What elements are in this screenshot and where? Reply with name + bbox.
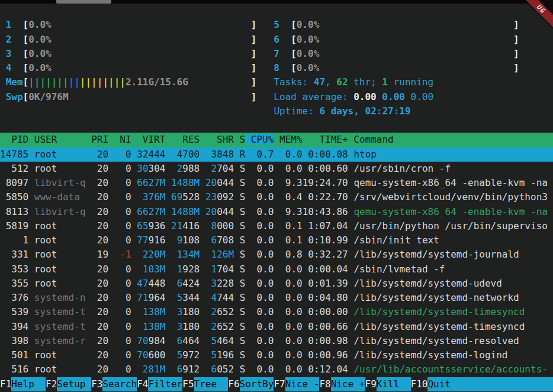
cell-ni: 0 bbox=[114, 321, 131, 332]
cell-user: root bbox=[34, 364, 86, 375]
fkey-kill[interactable]: F9Kill bbox=[365, 377, 411, 391]
cell-state: S bbox=[240, 335, 246, 346]
cell-state: S bbox=[240, 278, 246, 289]
column-header-ni[interactable]: NI bbox=[108, 134, 131, 145]
cell-state: S bbox=[240, 292, 246, 303]
process-row[interactable]: 355 root 20 0 47448 6424 3228 S 0.0 0.0 … bbox=[0, 277, 553, 291]
column-header-command[interactable]: Command bbox=[348, 134, 394, 145]
cell-ni: 0 bbox=[114, 191, 131, 203]
cell-time: 0:00.08 bbox=[303, 149, 348, 160]
cpu-meter-row-2: 2[0.0%]6[0.0%] bbox=[0, 33, 553, 47]
load-5min: 0.00 bbox=[382, 91, 410, 102]
cell-time: 0:00.00 bbox=[303, 306, 348, 317]
mem-cache-bars: |||||||| bbox=[80, 76, 126, 88]
column-header-user[interactable]: USER bbox=[28, 134, 85, 145]
process-row[interactable]: 14785 root 20 0 32444 4700 3848 R 0.7 0.… bbox=[0, 147, 553, 162]
column-header-s[interactable]: S bbox=[234, 134, 245, 145]
tasks-summary: Tasks: 47, 62 thr; 1 running bbox=[274, 75, 433, 89]
cell-mem: 9.3 bbox=[279, 177, 303, 188]
process-row[interactable]: 398 systemd-r 20 0 70984 6464 5464 S 0.0… bbox=[0, 334, 553, 348]
process-row[interactable]: 501 root 20 0 70600 5972 5196 S 0.0 0.0 … bbox=[0, 348, 553, 362]
meter-open-bracket: [ bbox=[291, 47, 297, 61]
process-row[interactable]: 5819 root 20 0 65936 21416 8000 S 0.0 0.… bbox=[0, 219, 553, 233]
process-table-header[interactable]: PID USER PRI NI VIRT RES SHR S CPU% MEM%… bbox=[0, 133, 553, 147]
cell-state: S bbox=[240, 163, 246, 174]
process-row[interactable]: 8113 libvirt-q 20 0 6627M 1488M 20044 S … bbox=[0, 205, 553, 219]
column-header-virt[interactable]: VIRT bbox=[131, 134, 166, 145]
process-row[interactable]: 5850 www-data 20 0 376M 69528 23092 S 0.… bbox=[0, 190, 553, 204]
cpu6-label: 6 bbox=[274, 33, 291, 47]
process-row[interactable]: 516 root 20 0 281M 6912 6052 S 0.0 0.0 0… bbox=[0, 362, 553, 377]
fkey-filter[interactable]: F4Filter bbox=[137, 377, 182, 391]
cell-pid: 5850 bbox=[0, 191, 28, 203]
cell-pri: 20 bbox=[91, 264, 108, 275]
process-table: PID USER PRI NI VIRT RES SHR S CPU% MEM%… bbox=[0, 133, 553, 377]
process-row[interactable]: 1 root 20 0 77916 9108 6708 S 0.0 0.1 0:… bbox=[0, 233, 553, 248]
process-row[interactable]: 539 systemd-t 20 0 138M 3180 2652 S 0.0 … bbox=[0, 305, 553, 319]
cpu6-meter: 0.0% bbox=[297, 33, 513, 47]
meter-close-bracket: ] bbox=[513, 33, 519, 47]
mem-buffer-bars: || bbox=[69, 76, 80, 88]
process-row[interactable]: 512 root 20 0 30304 2988 2704 S 0.0 0.0 … bbox=[0, 162, 553, 176]
cell-pid: 398 bbox=[0, 335, 28, 346]
cell-mem: 0.1 bbox=[279, 220, 303, 232]
cell-cpu: 0.0 bbox=[251, 278, 274, 289]
tasks-count: 47 bbox=[314, 76, 325, 88]
cell-cpu: 0.0 bbox=[251, 335, 274, 346]
column-header-cpu[interactable]: CPU% bbox=[245, 134, 274, 145]
cell-user: libvirt-q bbox=[34, 206, 86, 217]
cell-command: /lib/systemd/systemd-udevd bbox=[353, 278, 501, 289]
cell-mem: 0.0 bbox=[279, 335, 303, 346]
meter-open-bracket: [ bbox=[23, 18, 29, 32]
load-average: Load average: 0.00 0.00 0.00 bbox=[274, 90, 433, 104]
blank-line bbox=[0, 4, 553, 18]
cell-command: /srv/webvirtcloud/venv/bin/python3 bbox=[353, 191, 548, 203]
process-row[interactable]: 394 systemd-t 20 0 138M 3180 2652 S 0.0 … bbox=[0, 320, 553, 334]
cell-time: 1:07.04 bbox=[303, 220, 348, 232]
process-row[interactable]: 376 systemd-n 20 0 71964 5344 4744 S 0.0… bbox=[0, 291, 553, 305]
fkey-search[interactable]: F3Search bbox=[91, 377, 137, 391]
column-header-pid[interactable]: PID bbox=[0, 134, 28, 145]
process-row[interactable]: 331 root 19 -1 220M 134M 126M S 0.0 0.8 … bbox=[0, 248, 553, 262]
cell-state: S bbox=[240, 220, 246, 232]
cpu7-meter: 0.0% bbox=[297, 47, 513, 61]
swp-label: Swp bbox=[6, 90, 23, 104]
column-header-pri[interactable]: PRI bbox=[86, 134, 109, 145]
cell-user: root bbox=[34, 249, 86, 260]
fkey-sortby[interactable]: F6SortBy bbox=[228, 377, 274, 391]
cell-user: systemd-r bbox=[34, 335, 86, 346]
cell-command: qemu-system-x86_64 -enable-kvm -na bbox=[353, 206, 548, 217]
cell-time: 0:32.27 bbox=[303, 249, 348, 260]
threads-count: 62 bbox=[336, 76, 348, 88]
fkey-help[interactable]: F1Help bbox=[0, 377, 46, 391]
cell-time: 0:12.04 bbox=[303, 364, 348, 375]
column-header-mem[interactable]: MEM% bbox=[274, 134, 302, 145]
fkey-setup[interactable]: F2Setup bbox=[46, 377, 91, 391]
cell-pri: 20 bbox=[91, 234, 108, 246]
cell-mem: 0.1 bbox=[279, 234, 303, 246]
cell-pri: 20 bbox=[91, 149, 108, 160]
fkey-tree[interactable]: F5Tree bbox=[182, 377, 228, 391]
cell-ni: 0 bbox=[114, 306, 131, 317]
fkey-quit[interactable]: F10Quit bbox=[411, 377, 553, 391]
column-header-shr[interactable]: SHR bbox=[200, 134, 234, 145]
cell-cpu: 0.0 bbox=[251, 234, 274, 246]
running-count: 1 bbox=[382, 76, 388, 88]
column-header-time[interactable]: TIME+ bbox=[303, 134, 348, 145]
cell-pid: 14785 bbox=[0, 149, 28, 160]
column-header-res[interactable]: RES bbox=[165, 134, 200, 145]
cell-ni: 0 bbox=[114, 163, 131, 174]
fkey-nice[interactable]: F7Nice - bbox=[274, 377, 319, 391]
meter-open-bracket: [ bbox=[23, 47, 29, 61]
cell-command: /lib/systemd/systemd-timesyncd bbox=[353, 306, 525, 317]
process-row[interactable]: 353 root 20 0 103M 1928 1704 S 0.0 0.0 0… bbox=[0, 262, 553, 277]
cell-mem: 0.0 bbox=[279, 149, 303, 160]
cell-ni: 0 bbox=[114, 177, 131, 188]
process-row[interactable]: 8097 libvirt-q 20 0 6627M 1488M 20044 S … bbox=[0, 176, 553, 190]
fkey-nice[interactable]: F8Nice + bbox=[319, 377, 365, 391]
cell-state: S bbox=[240, 349, 246, 361]
meter-open-bracket: [ bbox=[23, 75, 29, 89]
swap-load-row: Swp[0K/976M]Load average: 0.00 0.00 0.00 bbox=[0, 90, 553, 104]
cell-pri: 20 bbox=[91, 278, 108, 289]
cell-state: S bbox=[240, 191, 246, 203]
